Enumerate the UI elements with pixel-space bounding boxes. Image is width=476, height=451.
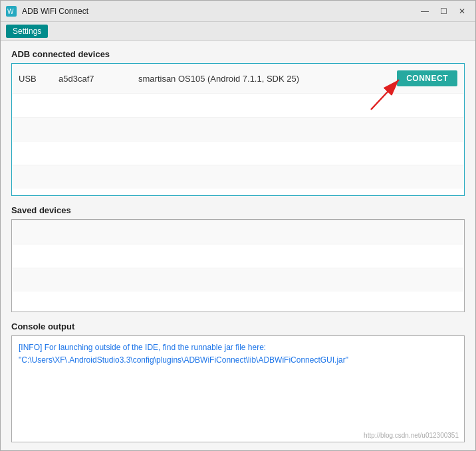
console-line-2: "C:\Users\XF\.AndroidStudio3.3\config\pl… bbox=[19, 354, 457, 367]
main-window: W ADB WiFi Connect — ☐ ✕ Settings ADB co… bbox=[0, 0, 476, 451]
saved-section-label: Saved devices bbox=[11, 205, 465, 215]
main-content: ADB connected devices USB a5d3caf7 smart… bbox=[1, 41, 475, 450]
console-line-1: [INFO] For launching outside of the IDE,… bbox=[19, 341, 457, 354]
title-bar-left: W ADB WiFi Connect bbox=[6, 6, 88, 17]
console-output-box: [INFO] For launching outside of the IDE,… bbox=[11, 335, 465, 442]
connect-button[interactable]: CONNECT bbox=[397, 70, 457, 86]
empty-row bbox=[12, 141, 464, 165]
maximize-button[interactable]: ☐ bbox=[435, 5, 451, 18]
empty-row bbox=[12, 268, 464, 292]
title-bar-buttons: — ☐ ✕ bbox=[417, 5, 470, 18]
app-icon: W bbox=[6, 6, 17, 17]
device-type: USB bbox=[19, 74, 59, 84]
console-section-label: Console output bbox=[11, 321, 465, 331]
minimize-button[interactable]: — bbox=[417, 5, 433, 18]
device-id: a5d3caf7 bbox=[59, 74, 138, 84]
empty-row bbox=[12, 93, 464, 117]
table-row: USB a5d3caf7 smartisan OS105 (Android 7.… bbox=[12, 64, 464, 93]
saved-devices-box bbox=[11, 219, 465, 312]
settings-button[interactable]: Settings bbox=[6, 25, 48, 38]
saved-section: Saved devices bbox=[11, 205, 465, 312]
device-info: smartisan OS105 (Android 7.1.1, SDK 25) bbox=[138, 74, 397, 84]
window-title: ADB WiFi Connect bbox=[22, 7, 88, 16]
title-bar: W ADB WiFi Connect — ☐ ✕ bbox=[1, 1, 475, 22]
toolbar: Settings bbox=[1, 22, 475, 41]
watermark-text: http://blog.csdn.net/u012300351 bbox=[364, 432, 459, 439]
adb-devices-box: USB a5d3caf7 smartisan OS105 (Android 7.… bbox=[11, 63, 465, 196]
empty-row bbox=[12, 117, 464, 141]
console-output-text: [INFO] For launching outside of the IDE,… bbox=[12, 336, 464, 372]
close-button[interactable]: ✕ bbox=[454, 5, 470, 18]
empty-row bbox=[12, 165, 464, 189]
svg-text:W: W bbox=[7, 8, 14, 15]
adb-section: ADB connected devices USB a5d3caf7 smart… bbox=[11, 49, 465, 196]
empty-row bbox=[12, 244, 464, 268]
console-section: Console output [INFO] For launching outs… bbox=[11, 321, 465, 442]
adb-section-label: ADB connected devices bbox=[11, 49, 465, 59]
empty-row bbox=[12, 220, 464, 244]
